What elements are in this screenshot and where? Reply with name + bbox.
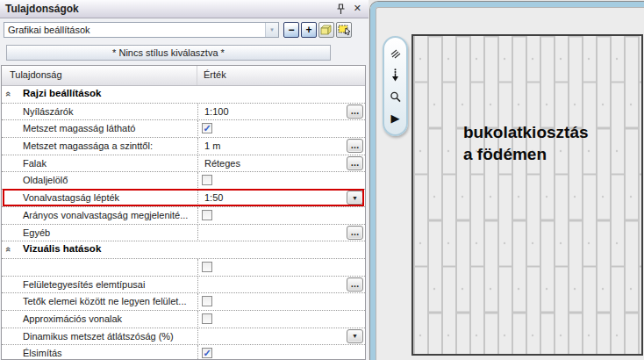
annotation-line-2: a födémen [463, 143, 589, 165]
pin-icon[interactable] [336, 4, 346, 15]
property-row[interactable]: Tetők elemei között ne legyen felület... [2, 293, 365, 311]
no-style-button[interactable]: * Nincs stílus kiválasztva * [6, 45, 331, 61]
property-value-cell: 1:50▼ [197, 190, 365, 207]
group-label: Vizuális hatások [23, 243, 101, 254]
pen-strokes-icon[interactable] [389, 47, 402, 61]
property-value-cell: ✓ [197, 345, 365, 360]
property-row[interactable]: Élsimítás✓ [2, 345, 365, 360]
property-label: Falak [23, 158, 47, 169]
drawing-window: bukolatkiosztás a födémen [369, 0, 644, 360]
property-row[interactable]: Nyílászárók1:100… [2, 104, 365, 121]
collapse-all-button[interactable]: − [283, 22, 299, 38]
property-row[interactable]: Egyéb… [2, 225, 365, 242]
property-value: 1:50 [204, 192, 223, 203]
property-value-cell: ▼ [197, 328, 365, 346]
checkbox[interactable]: ✓ [202, 348, 212, 358]
property-row[interactable]: Metszet magasság látható✓ [2, 120, 365, 138]
column-header-property[interactable]: Tulajdonság [2, 66, 197, 85]
property-row[interactable]: Arányos vonalvastagság megjelenité... [2, 207, 365, 225]
property-row[interactable]: Vonalvastagság lépték1:50▼ [2, 190, 365, 207]
ellipsis-button[interactable]: … [347, 156, 363, 170]
collapse-icon[interactable]: « [4, 91, 14, 97]
property-value: 1:100 [204, 106, 229, 117]
checkbox[interactable] [202, 313, 212, 324]
properties-panel: Tulajdonságok ✕ Grafikai beállítások ▼ −… [0, 0, 369, 360]
property-label: Tetők elemei között ne legyen felület... [23, 296, 187, 306]
property-label: Dinamikus metszet átlátszóság (%) [23, 331, 174, 342]
zoom-icon[interactable] [389, 90, 402, 104]
property-value-cell: … [197, 277, 365, 294]
close-icon[interactable]: ✕ [354, 3, 361, 14]
apply-to-selection-button[interactable] [336, 22, 352, 38]
style-combo[interactable]: Grafikai beállítások ▼ [4, 22, 279, 38]
property-row[interactable]: Dinamikus metszet átlátszóság (%)▼ [2, 328, 365, 346]
checkbox[interactable] [202, 296, 212, 306]
property-label: Oldaljelölő [23, 175, 68, 185]
property-value-cell: Réteges… [197, 155, 365, 173]
drawing-canvas-area[interactable]: bukolatkiosztás a födémen [376, 7, 644, 360]
property-label: Felületegyesítés elemtípusai [23, 279, 145, 290]
annotation-line-1: bukolatkiosztás [463, 121, 589, 143]
property-value-cell [197, 172, 365, 190]
folder-icon [320, 25, 333, 35]
property-rows: «Rajzi beállításokNyílászárók1:100…Metsz… [2, 86, 365, 360]
screen: Tulajdonságok ✕ Grafikai beállítások ▼ −… [0, 0, 644, 360]
checkbox[interactable]: ✓ [202, 123, 212, 133]
group-label: Rajzi beállítások [23, 88, 101, 98]
ellipsis-button[interactable]: … [347, 277, 363, 292]
property-value: Réteges [204, 158, 240, 169]
property-label: Arányos vonalvastagság megjelenité... [23, 210, 188, 220]
property-row[interactable]: Approximációs vonalak [2, 311, 365, 328]
property-label: Metszet magasság látható [23, 123, 135, 133]
property-label: Egyéb [23, 227, 50, 238]
expand-all-button[interactable]: + [301, 22, 317, 38]
property-row[interactable]: Metszet magassága a szinttől:1 m… [2, 138, 365, 155]
property-value-cell [197, 207, 365, 225]
property-value: 1 m [204, 140, 220, 151]
ellipsis-button[interactable]: … [347, 226, 363, 240]
property-row[interactable]: Oldaljelölő [2, 172, 365, 190]
drawing-annotation: bukolatkiosztás a födémen [463, 121, 589, 165]
play-icon[interactable]: ▶ [389, 112, 402, 125]
collapse-icon[interactable]: « [4, 247, 14, 252]
dropdown-button[interactable]: ▼ [347, 191, 363, 205]
folder-button[interactable] [318, 22, 334, 38]
property-value-cell [197, 311, 365, 328]
combo-dropdown-icon[interactable]: ▼ [265, 23, 278, 37]
property-row[interactable]: Felületegyesítés elemtípusai… [2, 277, 365, 294]
panel-titlebar[interactable]: Tulajdonságok ✕ [0, 0, 369, 18]
floor-plan-drawing[interactable]: bukolatkiosztás a födémen [411, 34, 643, 356]
checkbox[interactable] [202, 262, 212, 272]
style-combo-value: Grafikai beállítások [8, 25, 90, 35]
checkbox[interactable] [202, 175, 212, 185]
ellipsis-button[interactable]: … [347, 139, 363, 153]
property-row[interactable] [2, 259, 365, 277]
property-label: Approximációs vonalak [23, 313, 122, 324]
property-group-row[interactable]: «Vizuális hatások [2, 241, 365, 259]
property-value-cell [197, 259, 365, 277]
view-toolbar: ▶ [383, 36, 408, 136]
dropdown-button[interactable]: ▼ [347, 329, 363, 343]
property-value-cell: 1:100… [197, 104, 365, 121]
property-label: Élsimítás [23, 348, 62, 358]
property-value-cell [197, 293, 365, 311]
property-label: Nyílászárók [23, 106, 73, 117]
panel-title: Tulajdonságok [5, 3, 79, 15]
plank-pattern [413, 36, 643, 356]
property-group-row[interactable]: «Rajzi beállítások [2, 86, 365, 104]
ellipsis-button[interactable]: … [347, 104, 363, 119]
property-value-cell: 1 m… [197, 138, 365, 155]
property-label: Vonalvastagság lépték [23, 192, 119, 203]
column-header-value[interactable]: Érték [197, 66, 365, 85]
window-frame: bukolatkiosztás a födémen [369, 1, 644, 360]
table-header: Tulajdonság Érték [2, 66, 365, 86]
select-rect-cursor-icon [338, 25, 351, 36]
checkbox[interactable] [202, 210, 212, 220]
property-row[interactable]: FalakRéteges… [2, 155, 365, 173]
property-label: Metszet magassága a szinttől: [23, 140, 153, 151]
property-value-cell: … [197, 225, 365, 242]
property-value-cell: ✓ [197, 120, 365, 138]
properties-table: Tulajdonság Érték «Rajzi beállításokNyíl… [1, 65, 366, 360]
arrow-down-icon[interactable] [389, 68, 402, 82]
